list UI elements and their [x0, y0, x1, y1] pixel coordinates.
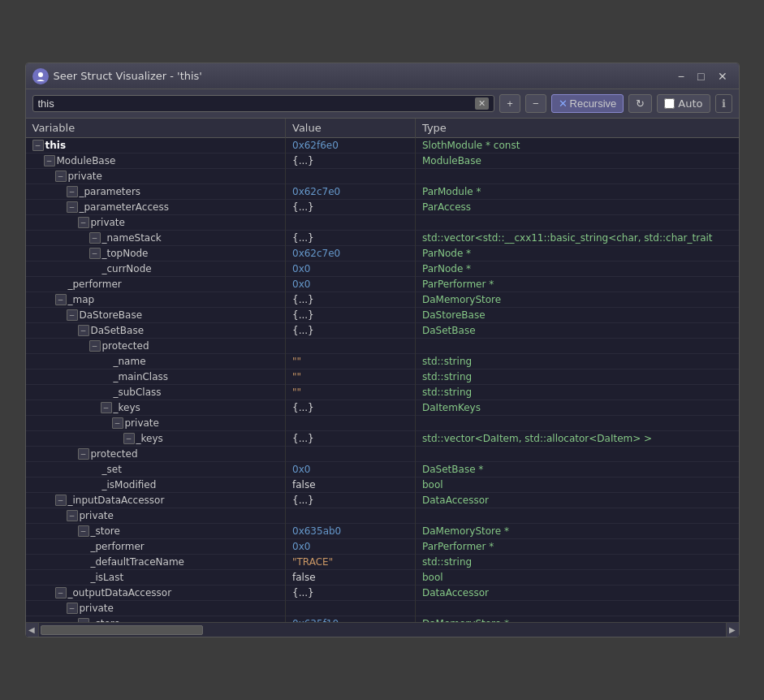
table-row[interactable]: _defaultTraceName"TRACE"std::string	[26, 555, 739, 570]
table-row[interactable]: _mainClass""std::string	[26, 369, 739, 385]
type-text: std::string	[422, 356, 472, 367]
expand-icon[interactable]: −	[123, 433, 135, 444]
struct-table: Variable Value Type −this0x62f6e0SlothMo…	[26, 119, 739, 622]
expand-icon[interactable]: −	[89, 340, 101, 352]
add-button[interactable]: +	[499, 94, 520, 113]
scroll-right-button[interactable]: ▶	[726, 623, 739, 637]
type-cell: bool	[416, 477, 739, 493]
expand-icon[interactable]: −	[67, 201, 78, 213]
header-variable[interactable]: Variable	[26, 119, 286, 138]
remove-button[interactable]: −	[525, 94, 546, 113]
expand-icon[interactable]: −	[67, 309, 78, 321]
expand-icon[interactable]: −	[112, 417, 123, 429]
type-text: ParPerformer *	[422, 541, 494, 552]
scroll-thumb-horizontal[interactable]	[41, 625, 203, 635]
maximize-button[interactable]: □	[693, 68, 709, 84]
scroll-track-horizontal[interactable]	[39, 623, 726, 637]
table-row[interactable]: −_keys{...}DaItemKeys	[26, 400, 739, 416]
table-row[interactable]: _currNode0x0ParNode *	[26, 261, 739, 277]
expand-icon[interactable]: −	[78, 525, 89, 537]
table-row[interactable]: _performer0x0ParPerformer *	[26, 277, 739, 292]
expand-icon[interactable]: −	[89, 248, 101, 259]
header-type[interactable]: Type	[416, 119, 739, 138]
auto-checkbox-label[interactable]: Auto	[657, 94, 710, 113]
expand-icon[interactable]: −	[67, 186, 78, 197]
refresh-button[interactable]: ↻	[628, 94, 652, 113]
value-text: ""	[292, 356, 301, 367]
type-cell: ParPerformer *	[416, 539, 739, 555]
var-name: _parameters	[80, 186, 141, 197]
var-cell: −_keys	[26, 431, 286, 447]
value-cell	[286, 508, 416, 524]
table-row[interactable]: −_map{...}DaMemoryStore	[26, 292, 739, 308]
table-row[interactable]: −_topNode0x62c7e0ParNode *	[26, 246, 739, 261]
table-row[interactable]: −protected	[26, 447, 739, 462]
table-row[interactable]: −_outputDataAccessor{...}DataAccessor	[26, 585, 739, 601]
expand-icon[interactable]: −	[67, 603, 78, 614]
table-row[interactable]: −private	[26, 169, 739, 184]
table-row[interactable]: −_nameStack{...}std::vector<std::__cxx11…	[26, 231, 739, 246]
table-row[interactable]: −_store0x635f10DaMemoryStore *	[26, 616, 739, 623]
expand-icon[interactable]: −	[55, 294, 67, 305]
expand-icon[interactable]: −	[55, 171, 67, 182]
type-cell: std::vector<std::__cxx11::basic_string<c…	[416, 231, 739, 246]
recursive-button[interactable]: ✕ Recursive	[551, 94, 624, 113]
expand-icon[interactable]: −	[78, 448, 89, 460]
expand-icon[interactable]: −	[78, 325, 89, 336]
header-value[interactable]: Value	[286, 119, 416, 138]
table-row[interactable]: −ModuleBase{...}ModuleBase	[26, 153, 739, 169]
table-wrapper[interactable]: Variable Value Type −this0x62f6e0SlothMo…	[26, 119, 739, 622]
value-text: {...}	[292, 325, 314, 336]
expand-icon[interactable]: −	[32, 140, 44, 151]
type-text: DaMemoryStore	[422, 294, 501, 305]
table-row[interactable]: −private	[26, 601, 739, 616]
auto-checkbox[interactable]	[664, 98, 675, 109]
table-row[interactable]: _isLastfalsebool	[26, 570, 739, 585]
var-cell: −_parameters	[26, 184, 286, 200]
close-button[interactable]: ✕	[713, 68, 732, 84]
table-row[interactable]: _subClass""std::string	[26, 385, 739, 400]
search-input[interactable]	[38, 97, 476, 110]
var-name: _parameterAccess	[80, 201, 169, 213]
table-row[interactable]: _set0x0DaSetBase *	[26, 462, 739, 477]
search-clear-button[interactable]: ✕	[475, 97, 489, 110]
table-row[interactable]: −_inputDataAccessor{...}DataAccessor	[26, 493, 739, 508]
table-row[interactable]: _name""std::string	[26, 354, 739, 369]
table-row[interactable]: −private	[26, 215, 739, 231]
table-row[interactable]: −private	[26, 508, 739, 524]
value-cell: ""	[286, 369, 416, 385]
value-text: 0x62c7e0	[292, 186, 340, 197]
expand-icon[interactable]: −	[55, 587, 67, 598]
var-name: _store	[91, 525, 120, 537]
table-row[interactable]: −private	[26, 416, 739, 431]
expand-icon[interactable]: −	[101, 402, 112, 413]
horizontal-scrollbar[interactable]: ◀ ▶	[26, 622, 739, 637]
var-cell: _subClass	[26, 385, 286, 400]
value-cell: ""	[286, 354, 416, 369]
expand-icon[interactable]: −	[44, 155, 55, 166]
table-row[interactable]: −_parameterAccess{...}ParAccess	[26, 200, 739, 215]
table-row[interactable]: _performer0x0ParPerformer *	[26, 539, 739, 555]
minimize-button[interactable]: −	[673, 68, 689, 84]
scroll-left-button[interactable]: ◀	[26, 623, 39, 637]
table-row[interactable]: −_store0x635ab0DaMemoryStore *	[26, 524, 739, 539]
expand-icon[interactable]: −	[78, 618, 89, 622]
table-row[interactable]: −protected	[26, 339, 739, 354]
table-row[interactable]: −DaStoreBase{...}DaStoreBase	[26, 308, 739, 323]
table-row[interactable]: −_parameters0x62c7e0ParModule *	[26, 184, 739, 200]
expand-icon[interactable]: −	[78, 217, 89, 228]
type-cell: ParNode *	[416, 261, 739, 277]
table-row[interactable]: −_keys{...}std::vector<DaItem, std::allo…	[26, 431, 739, 447]
var-name: protected	[102, 340, 149, 352]
table-row[interactable]: −this0x62f6e0SlothModule * const	[26, 138, 739, 153]
expand-icon[interactable]: −	[67, 510, 78, 521]
table-row[interactable]: −DaSetBase{...}DaSetBase	[26, 323, 739, 339]
type-cell: DaMemoryStore	[416, 292, 739, 308]
expand-icon[interactable]: −	[55, 495, 67, 506]
type-cell: ParPerformer *	[416, 277, 739, 292]
info-button[interactable]: ℹ	[715, 94, 732, 113]
value-text: ""	[292, 371, 301, 382]
expand-icon[interactable]: −	[89, 232, 101, 244]
table-row[interactable]: _isModifiedfalsebool	[26, 477, 739, 493]
value-cell: "TRACE"	[286, 555, 416, 570]
